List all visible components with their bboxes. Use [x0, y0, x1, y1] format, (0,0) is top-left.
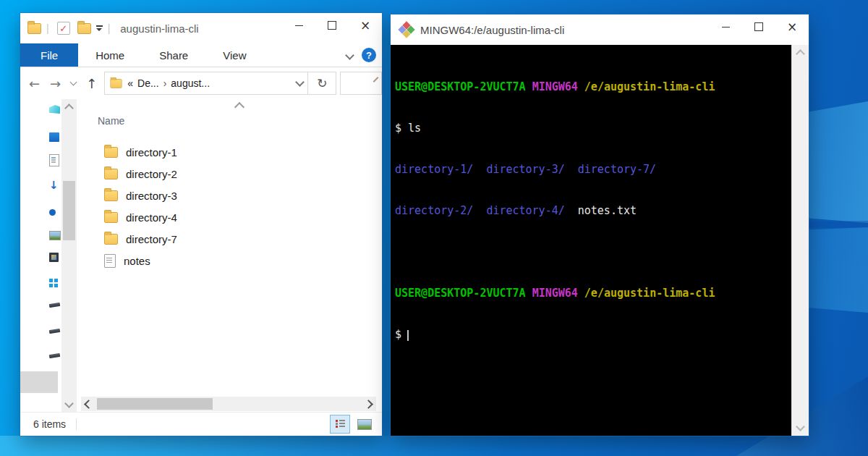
back-icon[interactable]: ←	[29, 76, 40, 91]
window-title: MINGW64:/e/augustin-lima-cli	[420, 24, 564, 36]
forward-icon[interactable]: →	[50, 76, 61, 91]
quick-access-icon[interactable]	[49, 105, 60, 114]
downloads-icon[interactable]: ↓	[49, 180, 59, 191]
maximize-icon	[754, 22, 763, 31]
drive-icon[interactable]	[49, 303, 61, 308]
divider	[76, 418, 77, 430]
explorer-content: ↓ Name dir	[20, 99, 382, 413]
new-folder-icon[interactable]	[77, 23, 91, 34]
list-item[interactable]: notes	[85, 250, 376, 271]
scroll-up-icon[interactable]	[64, 104, 74, 113]
breadcrumb-root[interactable]: «	[127, 77, 133, 89]
address-bar[interactable]: « De... › august...	[104, 72, 308, 95]
blank-line	[395, 245, 792, 259]
dir-entry: directory-7/	[578, 163, 656, 176]
thumbnails-view-button[interactable]	[354, 415, 375, 434]
pictures-icon[interactable]	[49, 231, 61, 240]
folder-icon	[104, 147, 118, 158]
desktop-icon[interactable]	[49, 132, 59, 142]
tab-view[interactable]: View	[205, 43, 263, 67]
breadcrumb-parent[interactable]: De...	[137, 77, 159, 89]
prompt-line: USER@DESKTOP-2VUCT7AMINGW64/e/augustin-l…	[395, 80, 792, 94]
sort-ascending-icon	[234, 102, 244, 112]
prompt-path: /e/augustin-lima-cli	[584, 80, 715, 93]
thumbnails-view-icon	[357, 419, 372, 430]
item-name: directory-1	[126, 146, 177, 159]
search-input[interactable]	[340, 72, 382, 95]
status-bar: 6 items	[20, 412, 382, 436]
nav-scrollbar[interactable]	[61, 99, 77, 413]
scroll-up-icon[interactable]	[796, 49, 805, 59]
horizontal-scrollbar[interactable]	[81, 397, 376, 411]
documents-icon[interactable]	[49, 154, 59, 166]
up-icon[interactable]: ↑	[86, 76, 97, 91]
scrollbar-thumb[interactable]	[63, 181, 75, 240]
ribbon-tabs: File Home Share View ?	[20, 43, 382, 67]
expand-ribbon-icon[interactable]	[345, 51, 354, 60]
minimize-icon	[295, 25, 303, 26]
dir-entry: directory-2/	[395, 204, 473, 217]
prompt-user: USER@DESKTOP-2VUCT7A	[395, 287, 526, 300]
drive-icon[interactable]	[49, 353, 61, 358]
close-button[interactable]: ×	[349, 13, 382, 38]
maximize-button[interactable]	[742, 14, 775, 39]
list-item[interactable]: directory-7	[85, 228, 376, 250]
tab-share[interactable]: Share	[142, 43, 205, 67]
list-item[interactable]: directory-4	[85, 206, 376, 228]
file-list: Name directory-1 directory-2 directory-3	[85, 99, 376, 413]
terminal-cursor	[407, 330, 409, 341]
scroll-down-icon[interactable]	[796, 422, 805, 431]
folder-icon	[104, 190, 118, 201]
terminal-output[interactable]: USER@DESKTOP-2VUCT7AMINGW64/e/augustin-l…	[391, 45, 792, 436]
scroll-right-icon[interactable]	[364, 400, 373, 409]
drive-icon[interactable]	[49, 329, 61, 334]
item-name: directory-7	[126, 233, 177, 245]
prompt-line: USER@DESKTOP-2VUCT7AMINGW64/e/augustin-l…	[395, 287, 792, 300]
scrollbar-thumb[interactable]	[97, 398, 213, 410]
explorer-titlebar: | ✓ | augustin-lima-cli ×	[20, 13, 382, 43]
msys2-app-icon	[399, 22, 414, 37]
scroll-down-icon[interactable]	[64, 399, 74, 408]
videos-icon[interactable]	[49, 253, 59, 262]
terminal-scrollbar[interactable]	[791, 45, 809, 436]
desktop: | ✓ | augustin-lima-cli × File Home Shar…	[0, 0, 868, 456]
prompt-env: MINGW64	[532, 80, 578, 93]
prompt-symbol: $	[395, 122, 401, 135]
minimize-button[interactable]	[282, 13, 315, 38]
prompt-path: /e/augustin-lima-cli	[584, 287, 715, 300]
navigation-pane: ↓	[20, 99, 61, 413]
maximize-icon	[328, 21, 336, 30]
tab-file[interactable]: File	[20, 43, 78, 67]
address-dropdown-icon[interactable]	[295, 77, 305, 87]
column-header-name[interactable]: Name	[98, 115, 124, 127]
list-item[interactable]: directory-3	[85, 185, 376, 206]
list-item[interactable]: directory-2	[85, 163, 376, 185]
selected-nav-item[interactable]	[20, 371, 58, 393]
location-folder-icon	[111, 79, 122, 88]
folder-icon	[104, 212, 118, 223]
divider: |	[46, 22, 49, 34]
wallpaper-beam	[0, 436, 506, 456]
close-button[interactable]: ×	[775, 14, 809, 39]
minimize-button[interactable]	[709, 14, 742, 39]
list-item[interactable]: directory-1	[85, 141, 376, 163]
help-button[interactable]: ?	[362, 48, 376, 62]
breadcrumb-separator-icon: ›	[163, 77, 167, 89]
file-explorer-window: | ✓ | augustin-lima-cli × File Home Shar…	[20, 13, 382, 436]
customize-quick-access-icon[interactable]	[96, 25, 103, 31]
recent-locations-icon[interactable]	[70, 79, 77, 86]
ls-output-row: directory-1/directory-3/directory-7/	[395, 163, 792, 177]
details-view-button[interactable]	[330, 415, 350, 434]
scroll-left-icon[interactable]	[84, 400, 93, 409]
properties-check-icon[interactable]: ✓	[57, 22, 70, 35]
folder-icon	[104, 234, 118, 245]
close-icon: ×	[787, 21, 797, 33]
ls-output-row: directory-2/directory-4/notes.txt	[395, 204, 792, 218]
tab-home[interactable]: Home	[78, 43, 142, 67]
maximize-button[interactable]	[315, 13, 349, 38]
breadcrumb-current[interactable]: august...	[171, 77, 210, 89]
refresh-button[interactable]: ↻	[308, 72, 336, 95]
music-icon[interactable]	[49, 209, 56, 216]
this-pc-icon[interactable]	[49, 279, 58, 287]
details-view-icon	[335, 419, 345, 429]
